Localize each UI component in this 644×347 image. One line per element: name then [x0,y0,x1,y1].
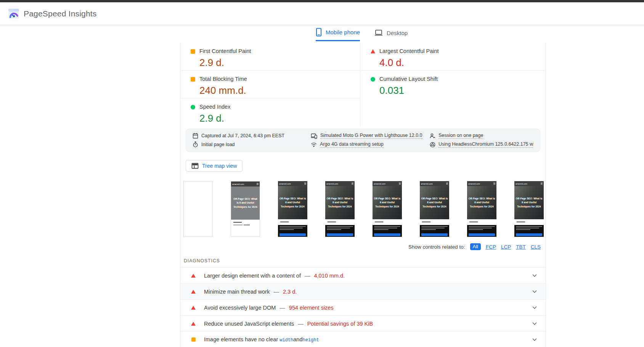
fail-status-icon [191,274,196,278]
hamburger-menu-icon [399,183,401,185]
cookie-accept-button [327,233,353,236]
thumb-site-label: amareid.com [232,183,244,185]
metric-name: Largest Contentful Paint [379,48,439,55]
thumb-page-title: Off-Page SEO: What is it and Useful Tech… [468,197,495,208]
diagnostic-row-avoid-large-dom[interactable]: Avoid excessively large DOM — 954 elemen… [180,300,546,316]
cookie-banner [420,225,449,237]
tree-map-view-button[interactable]: Tree map view [186,160,243,172]
hamburger-menu-icon [541,183,543,185]
simulated-device-link[interactable]: Simulated Moto G Power with Lighthouse 1… [311,133,430,139]
chromium-version-link[interactable]: Using HeadlessChromium 125.0.6422.175 wi… [430,141,533,148]
diagnostic-value: 4,010 mm.d. [314,273,345,279]
cookie-banner [278,225,307,237]
thumb-text-rule [422,222,430,222]
separator-dash: — [273,289,279,295]
tab-mobile-phone[interactable]: Mobile phone [316,28,360,41]
tab-desktop[interactable]: Desktop [374,28,408,41]
chevron-down-icon[interactable] [532,322,537,325]
network-throttle-text: Argo 4G data streaming setup [320,141,384,148]
filter-cls[interactable]: CLS [531,244,541,250]
average-status-icon [191,49,195,54]
diagnostic-value: 2.3 d. [283,289,297,295]
hamburger-menu-icon [352,183,353,185]
cookie-banner [467,225,496,237]
cookie-accept-button [421,233,448,236]
filter-lcp[interactable]: LCP [501,244,511,250]
emulated-device-icon [311,133,317,139]
metric-value: 0.031 [379,85,536,96]
pagespeed-logo-icon[interactable] [8,8,19,19]
report-panel: First Contentful Paint 2.9 d. Largest Co… [180,43,546,347]
diagnostic-value: 954 element sizes [289,305,334,311]
hamburger-menu-icon [304,183,306,185]
calendar-icon [193,133,198,139]
chevron-down-icon[interactable] [532,274,537,277]
diagnostic-row-larger-design-element[interactable]: Larger design element with a content of … [180,268,546,284]
cookie-accept-button [279,233,306,236]
diagnostic-title: Reduce unused JavaScript elements [204,321,294,327]
filmstrip-frame: amareid.com Off-Page SEO: What is it and… [278,181,307,237]
thumb-site-label: amareid.com [516,183,527,185]
metrics-grid: First Contentful Paint 2.9 d. Largest Co… [180,43,546,126]
diagnostic-title: Avoid excessively large DOM [204,305,276,311]
thumb-text-rule [469,222,478,222]
session-icon [430,133,435,139]
initial-page-load-item: Initial page load [193,141,311,148]
diagnostic-row-minimize-main-thread[interactable]: Minimize main thread work — 2.3 d. [180,284,546,300]
thumb-page-title: Off-Page SEO: What is it and Useful Tech… [421,197,448,208]
metric-cumulative-layout-shift: Cumulative Layout Shift 0.031 [360,71,546,98]
fail-status-icon [191,306,196,310]
thumb-page-title: Off-Page SEO: What is it and Useful Tech… [516,197,543,208]
filter-tbt[interactable]: TBT [516,244,526,250]
initial-page-load-text: Initial page load [201,142,235,147]
filter-all[interactable]: All [470,243,481,250]
thumb-text-rule [375,222,383,222]
tab-desktop-label: Desktop [387,30,408,36]
filmstrip-frame: amareid.com Off-Page SEO: What is it and… [467,181,496,237]
diagnostic-row-reduce-unused-javascript[interactable]: Reduce unused JavaScript elements — Pote… [180,316,546,332]
hamburger-menu-icon [493,183,495,185]
diagnostic-row-image-dimensions[interactable]: Image elements have no clear widthandhei… [180,332,546,347]
diagnostics-list: Larger design element with a content of … [180,267,546,347]
thumb-text-rule [280,222,289,222]
diagnostic-title: Image elements have no clear widthandhei… [204,336,319,343]
network-throttle-icon [311,142,317,147]
desktop-icon [374,29,383,36]
metric-empty-cell [360,98,546,126]
chevron-down-icon[interactable] [532,290,537,293]
metric-largest-contentful-paint: Largest Contentful Paint 4.0 d. [360,43,546,71]
treemap-button-label: Tree map view [202,163,237,169]
filter-fcp[interactable]: FCP [486,244,496,250]
cookie-accept-button [469,233,495,236]
chevron-down-icon[interactable] [532,306,537,309]
session-text: Session on one page [438,133,483,139]
thumb-page-title: Off-Page SEO: What is it and Useful Tech… [374,197,401,208]
separator-dash: — [298,321,304,327]
metric-value: 2.9 d. [199,57,351,68]
code-width: width [279,337,293,343]
app-header: PageSpeed Insights [0,2,644,25]
separator-dash: — [279,305,285,311]
treemap-icon [191,163,199,169]
filmstrip-frame-blank [183,181,213,237]
network-throttle-link[interactable]: Argo 4G data streaming setup [311,141,430,148]
metric-value: 4.0 d. [379,57,536,68]
diagnostic-title: Minimize main thread work [204,289,270,295]
pass-status-icon [191,105,195,109]
filter-label: Show controls related to: [408,244,465,250]
average-status-icon [191,337,196,342]
thumb-text-rule [328,222,336,222]
hamburger-menu-icon [446,183,448,185]
chevron-down-icon[interactable] [532,338,537,341]
metric-name: First Contentful Paint [199,48,251,55]
thumb-site-label: amareid.com [468,183,480,185]
capture-environment-box: Captured at Jul 7, 2024, 6:43 pm EEST Si… [186,129,540,152]
thumb-byline [233,225,260,225]
fail-status-icon [371,49,375,53]
metric-name: Total Blocking Time [199,76,247,82]
thumb-page-title: Off-Page SEO: What is it and Useful Tech… [232,197,259,209]
fail-status-icon [191,322,196,326]
session-link[interactable]: Session on one page [430,133,533,139]
average-status-icon [191,77,195,82]
thumb-page-title: Off-Page SEO: What is it and Useful Tech… [279,197,306,208]
